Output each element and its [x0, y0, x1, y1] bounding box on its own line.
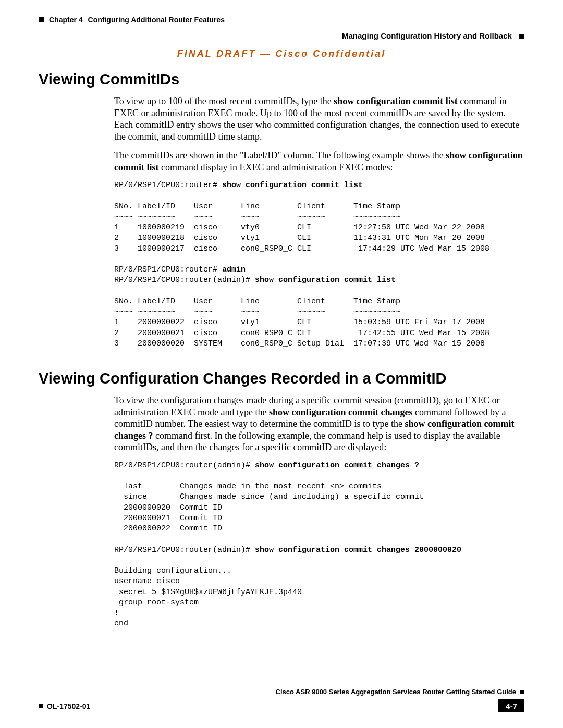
command-name: show configuration commit changes: [269, 407, 413, 417]
section-1-body: To view up to 100 of the most recent com…: [114, 95, 524, 349]
bullet-icon: [39, 17, 44, 22]
paragraph: The commitIDs are shown in the "Label/ID…: [114, 150, 524, 173]
cli-command: show configuration commit changes 200000…: [255, 546, 461, 554]
paragraph: To view the configuration changes made d…: [114, 394, 524, 453]
page-header: Chapter 4 Configuring Additional Router …: [39, 16, 524, 24]
guide-title: Cisco ASR 9000 Series Aggregation Servic…: [276, 688, 516, 696]
page-number: 4-7: [498, 699, 524, 712]
cli-command: admin: [222, 265, 246, 274]
chapter-title: Configuring Additional Router Features: [88, 16, 225, 24]
header-left: Chapter 4 Configuring Additional Router …: [39, 16, 225, 24]
bullet-icon: [519, 34, 524, 39]
bullet-icon: [520, 690, 524, 694]
chapter-number: Chapter 4: [49, 16, 83, 24]
footer-guide-line: Cisco ASR 9000 Series Aggregation Servic…: [39, 688, 524, 697]
page-footer: Cisco ASR 9000 Series Aggregation Servic…: [39, 688, 524, 712]
paragraph: To view up to 100 of the most recent com…: [114, 95, 524, 142]
header-right: Managing Configuration History and Rollb…: [39, 31, 524, 40]
command-name: show configuration commit list: [334, 96, 458, 106]
section-2-body: To view the configuration changes made d…: [114, 394, 524, 630]
cli-output-1: RP/0/RSP1/CPU0:router# show configuratio…: [114, 180, 524, 349]
cli-command: show configuration commit changes ?: [255, 461, 419, 470]
doc-number: OL-17502-01: [47, 702, 90, 710]
section-name: Managing Configuration History and Rollb…: [342, 31, 512, 40]
footer-left: OL-17502-01: [39, 702, 90, 710]
section-heading-2: Viewing Configuration Changes Recorded i…: [39, 370, 524, 387]
draft-banner: FINAL DRAFT — Cisco Confidential: [39, 48, 524, 59]
cli-command: show configuration commit list: [222, 181, 363, 190]
cli-output-2: RP/0/RSP1/CPU0:router(admin)# show confi…: [114, 461, 524, 630]
cli-command: show configuration commit list: [255, 276, 396, 285]
section-heading-1: Viewing CommitIDs: [39, 71, 524, 88]
bullet-icon: [39, 704, 43, 708]
